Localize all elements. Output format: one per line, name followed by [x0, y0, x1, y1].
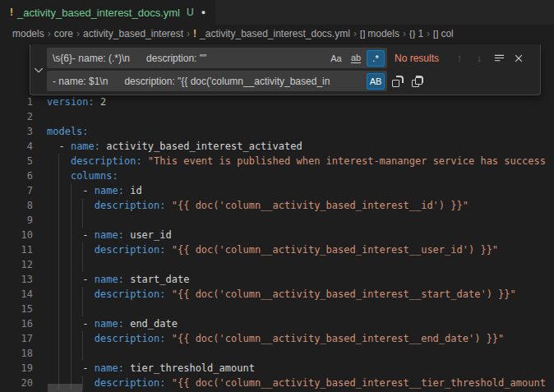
close-icon — [513, 53, 524, 64]
code-line[interactable]: 6 columns: — [0, 168, 554, 183]
indent-guide — [71, 257, 72, 272]
line-number: 11 — [0, 242, 33, 257]
find-row: \s{6}- name: (.*)\n description: "" Aa a… — [47, 48, 537, 68]
code-line[interactable]: 2 — [0, 109, 554, 124]
code-line[interactable]: 4 - name: activity_based_interest_activa… — [0, 139, 554, 154]
line-number: 12 — [0, 257, 33, 272]
indent-guide — [71, 316, 72, 331]
whole-word-toggle[interactable]: ab — [347, 50, 365, 67]
find-widget-rows: \s{6}- name: (.*)\n description: "" Aa a… — [47, 44, 540, 95]
symbol-object-icon: { } — [409, 30, 414, 39]
code-text: - name: user_id — [47, 228, 554, 242]
regex-toggle[interactable]: .* — [367, 50, 385, 67]
code-text: - name: id — [47, 183, 554, 198]
breadcrumb-item-activity-based-interest-docs-yml[interactable]: !_activity_based_interest_docs.yml — [193, 28, 350, 39]
line-number: 17 — [0, 331, 33, 346]
code-text — [47, 109, 554, 124]
replace-all-icon — [412, 76, 423, 87]
tab-label: _activity_based_interest_docs.yml — [17, 7, 180, 19]
line-number: 13 — [0, 272, 33, 287]
replace-all-button[interactable] — [409, 72, 427, 90]
find-previous-button[interactable]: ↑ — [450, 49, 469, 67]
indent-guide — [82, 302, 83, 316]
indent-guide — [82, 287, 83, 302]
breadcrumb-separator: › — [187, 28, 190, 39]
code-text — [47, 257, 554, 272]
line-number: 1 — [0, 95, 33, 109]
code-text: columns: — [47, 168, 554, 183]
code-line[interactable]: 17 description: "{{ doc('column__activit… — [0, 331, 554, 346]
line-number: 18 — [0, 346, 33, 361]
breadcrumb-item-1[interactable]: { }1 — [409, 28, 423, 39]
breadcrumb-separator: › — [48, 28, 51, 39]
whole-word-icon: ab — [351, 53, 361, 63]
indent-guide — [82, 198, 83, 213]
indent-guide — [71, 287, 72, 302]
breadcrumb-item-col[interactable]: [ ]col — [433, 28, 454, 39]
line-number: 2 — [0, 109, 33, 124]
modified-indicator-dot[interactable]: ● — [201, 8, 205, 16]
indent-guide — [71, 228, 72, 242]
code-line[interactable]: 13 - name: start_date — [0, 272, 554, 287]
code-line[interactable]: 10 - name: user_id — [0, 228, 554, 242]
line-number: 3 — [0, 124, 33, 139]
tab-bar: ! _activity_based_interest_docs.yml U ● — [0, 0, 554, 25]
code-line[interactable]: 19 - name: tier_threshold_amount — [0, 361, 554, 376]
indent-guide — [71, 331, 72, 346]
code-line[interactable]: 15 — [0, 302, 554, 316]
tab-activity-based-interest-docs[interactable]: ! _activity_based_interest_docs.yml U ● — [0, 0, 215, 25]
code-line[interactable]: 3models: — [0, 124, 554, 139]
vscode-window: ! _activity_based_interest_docs.yml U ● … — [0, 0, 554, 392]
find-input[interactable]: \s{6}- name: (.*)\n description: "" Aa a… — [47, 48, 387, 68]
preserve-case-toggle[interactable]: AB — [367, 73, 385, 90]
code-line[interactable]: 1version: 2 — [0, 95, 554, 109]
breadcrumb-item-activity-based-interest[interactable]: activity_based_interest — [83, 28, 183, 39]
replace-input[interactable]: - name: $1\n description: "{{ doc('colum… — [47, 71, 387, 91]
code-line[interactable]: 7 - name: id — [0, 183, 554, 198]
breadcrumb-separator: › — [403, 28, 406, 39]
indent-guide — [82, 257, 83, 272]
horizontal-scrollbar-thumb[interactable] — [48, 384, 82, 392]
code-line[interactable]: 20 description: "{{ doc('column__activit… — [0, 376, 554, 390]
breadcrumb-separator: › — [76, 28, 80, 39]
replace-options: AB — [367, 73, 385, 90]
breadcrumb-item-core[interactable]: core — [54, 28, 73, 39]
code-text: - name: activity_based_interest_activate… — [47, 139, 554, 154]
indent-guide — [58, 154, 59, 168]
code-line[interactable]: 11 description: "{{ doc('column__activit… — [0, 242, 554, 257]
indent-guide — [82, 376, 83, 390]
code-line[interactable]: 14 description: "{{ doc('column__activit… — [0, 287, 554, 302]
indent-guide — [58, 361, 59, 376]
code-line[interactable]: 5 description: "This event is published … — [0, 154, 554, 168]
toggle-replace-button[interactable] — [30, 44, 47, 95]
code-line[interactable]: 12 — [0, 257, 554, 272]
find-next-button[interactable]: ↓ — [470, 49, 488, 67]
code-line[interactable]: 18 — [0, 346, 554, 361]
breadcrumb-label: models — [12, 28, 44, 39]
code-line[interactable]: 8 description: "{{ doc('column__activity… — [0, 198, 554, 213]
find-in-selection-button[interactable] — [490, 49, 508, 67]
breadcrumb-separator: › — [427, 28, 430, 39]
yaml-file-icon: ! — [10, 7, 13, 18]
breadcrumb-item-models[interactable]: models — [12, 28, 44, 39]
symbol-array-icon: [ ] — [360, 30, 364, 39]
indent-guide — [82, 331, 83, 346]
replace-icon — [392, 76, 404, 87]
indent-guide — [58, 302, 59, 316]
breadcrumb-item-models[interactable]: [ ]models — [360, 28, 399, 39]
close-find-button[interactable] — [510, 49, 528, 67]
match-case-toggle[interactable]: Aa — [327, 50, 345, 67]
indent-guide — [71, 346, 72, 361]
code-text: description: "{{ doc('column__activity_b… — [47, 376, 554, 390]
indent-guide — [58, 213, 59, 228]
code-line[interactable]: 9 — [0, 213, 554, 228]
breadcrumb-label: _activity_based_interest_docs.yml — [200, 28, 350, 39]
code-text: description: "{{ doc('column__activity_b… — [47, 198, 554, 213]
line-number: 6 — [0, 168, 33, 183]
find-options: Aa ab .* — [327, 50, 385, 67]
code-line[interactable]: 16 - name: end_date — [0, 316, 554, 331]
replace-button[interactable] — [389, 72, 407, 90]
indent-guide — [58, 272, 59, 287]
chevron-down-icon — [33, 64, 44, 76]
indent-guide — [58, 168, 59, 183]
